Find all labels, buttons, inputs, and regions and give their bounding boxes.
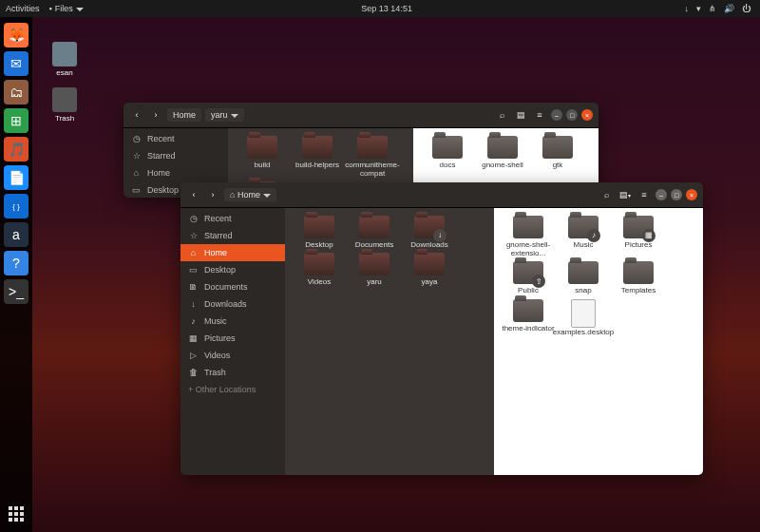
dock-app[interactable]: a bbox=[4, 222, 28, 247]
back-button[interactable]: ‹ bbox=[129, 107, 144, 123]
tray-icon[interactable]: ▾ bbox=[696, 4, 701, 13]
folder-item[interactable]: yaru bbox=[348, 253, 401, 286]
sidebar-item[interactable]: ▷Videos bbox=[180, 347, 285, 364]
app-menu[interactable]: ▪Files bbox=[49, 4, 84, 13]
dock-app[interactable]: 🎵 bbox=[4, 137, 28, 162]
clock-icon: ◷ bbox=[188, 214, 199, 223]
folder-item[interactable]: ♪Music bbox=[557, 216, 610, 257]
top-bar: Activities ▪Files Sep 13 14:51 ↓ ▾ ⋔ 🔊 ⏻ bbox=[0, 0, 760, 17]
folder-item[interactable]: Templates bbox=[612, 261, 665, 294]
dock-app[interactable]: ? bbox=[4, 251, 28, 276]
music-icon: ♪ bbox=[188, 316, 199, 326]
minimize-button[interactable]: – bbox=[656, 189, 667, 200]
desk-icon: ▭ bbox=[131, 185, 142, 195]
dock: 🦊✉🗂⊞🎵📄{ }a?>_ bbox=[0, 17, 32, 532]
folder-item[interactable]: build bbox=[236, 136, 289, 178]
folder-item[interactable]: Videos bbox=[293, 253, 346, 286]
sidebar-item[interactable]: ☆Starred bbox=[180, 227, 285, 244]
vid-icon: ▷ bbox=[188, 351, 199, 360]
folder-pane-dark[interactable]: DesktopDocuments↓DownloadsVideosyaruyaya bbox=[285, 208, 494, 475]
show-apps-button[interactable] bbox=[4, 502, 28, 526]
trash-icon: 🗑 bbox=[188, 368, 199, 377]
folder-item[interactable]: gnome-shell bbox=[476, 136, 529, 169]
folder-item[interactable]: gnome-shell-extensio... bbox=[502, 216, 555, 257]
sidebar-item[interactable]: 🗑Trash bbox=[180, 364, 285, 381]
tray-icon[interactable]: ↓ bbox=[685, 4, 690, 13]
sidebar-item[interactable]: ◷Recent bbox=[124, 130, 228, 147]
clock-icon: ◷ bbox=[131, 134, 142, 143]
desk-icon: ▭ bbox=[188, 265, 199, 275]
folder-item[interactable]: Desktop bbox=[293, 216, 346, 249]
folder-item[interactable]: theme-indicator bbox=[502, 299, 555, 336]
search-icon[interactable]: ⌕ bbox=[494, 107, 509, 123]
sidebar-item[interactable]: ♪Music bbox=[180, 313, 285, 330]
files-window-front[interactable]: ‹ › ⌂ Home ⌕ ▤▾ ≡ –□× ◷Recent☆Starred⌂Ho… bbox=[180, 182, 703, 475]
folder-item[interactable]: ▦Pictures bbox=[612, 216, 665, 257]
folder-item[interactable]: ⇪Public bbox=[502, 261, 555, 294]
sidebar: ◷Recent☆Starred⌂Home▭Desktop🗎Documents↓D… bbox=[180, 208, 285, 475]
breadcrumb[interactable]: Home bbox=[167, 108, 201, 122]
sidebar-item[interactable]: ▦Pictures bbox=[180, 330, 285, 347]
folder-item[interactable]: communitheme-compat bbox=[346, 136, 399, 178]
clock[interactable]: Sep 13 14:51 bbox=[361, 4, 412, 13]
desktop[interactable]: 🦊✉🗂⊞🎵📄{ }a?>_ esanTrash ‹ › Home yaru ⌕ … bbox=[0, 17, 760, 532]
other-locations[interactable]: + Other Locations bbox=[180, 381, 285, 398]
down-icon: ↓ bbox=[188, 299, 199, 309]
folder-item[interactable]: build-helpers bbox=[291, 136, 344, 178]
close-button[interactable]: × bbox=[686, 189, 697, 200]
sidebar-item[interactable]: ⌂Home bbox=[180, 244, 285, 261]
folder-pane-light[interactable]: gnome-shell-extensio...♪Music▦Pictures⇪P… bbox=[494, 208, 703, 475]
dock-app[interactable]: 🦊 bbox=[4, 23, 28, 48]
folder-item[interactable]: gtk bbox=[531, 136, 584, 169]
forward-button[interactable]: › bbox=[205, 187, 220, 202]
dock-app[interactable]: >_ bbox=[4, 279, 28, 304]
star-icon: ☆ bbox=[131, 151, 142, 161]
star-icon: ☆ bbox=[188, 231, 199, 240]
tray-power-icon[interactable]: ⏻ bbox=[742, 4, 750, 13]
hamburger-icon[interactable]: ≡ bbox=[636, 187, 652, 202]
breadcrumb[interactable]: yaru bbox=[205, 108, 244, 122]
close-button[interactable]: × bbox=[581, 109, 593, 121]
sidebar-item[interactable]: 🗎Documents bbox=[180, 278, 285, 295]
back-button[interactable]: ‹ bbox=[186, 187, 201, 202]
view-toggle-icon[interactable]: ▤ bbox=[513, 107, 528, 123]
doc-icon: 🗎 bbox=[188, 282, 199, 292]
folder-item[interactable]: yaya bbox=[403, 253, 456, 286]
view-toggle-icon[interactable]: ▤▾ bbox=[618, 187, 633, 202]
activities-button[interactable]: Activities bbox=[6, 4, 40, 13]
home-icon: ⌂ bbox=[131, 168, 142, 178]
folder-item[interactable]: snap bbox=[557, 261, 610, 294]
sidebar-item[interactable]: ⌂Home bbox=[124, 164, 228, 181]
minimize-button[interactable]: – bbox=[551, 109, 562, 121]
dock-app[interactable]: 🗂 bbox=[4, 80, 28, 104]
desktop-icon[interactable]: Trash bbox=[46, 87, 84, 123]
folder-item[interactable]: Documents bbox=[348, 216, 401, 249]
sidebar-item[interactable]: ◷Recent bbox=[180, 210, 285, 227]
desktop-icon[interactable]: esan bbox=[46, 42, 84, 77]
maximize-button[interactable]: □ bbox=[566, 109, 578, 121]
maximize-button[interactable]: □ bbox=[671, 189, 682, 200]
home-icon: ⌂ bbox=[188, 248, 199, 257]
dock-app[interactable]: { } bbox=[4, 194, 28, 218]
dock-app[interactable]: ⊞ bbox=[4, 108, 28, 133]
pic-icon: ▦ bbox=[188, 333, 199, 343]
folder-item[interactable]: docs bbox=[421, 136, 474, 169]
file-item[interactable]: examples.desktop bbox=[557, 299, 610, 336]
search-icon[interactable]: ⌕ bbox=[598, 187, 614, 202]
hamburger-icon[interactable]: ≡ bbox=[532, 107, 547, 123]
sidebar-item[interactable]: ↓Downloads bbox=[180, 295, 285, 313]
sidebar-item[interactable]: ☆Starred bbox=[124, 147, 228, 164]
tray-network-icon[interactable]: ⋔ bbox=[709, 4, 716, 13]
sidebar-item[interactable]: ▭Desktop bbox=[180, 261, 285, 278]
folder-item[interactable]: ↓Downloads bbox=[403, 216, 456, 249]
dock-app[interactable]: ✉ bbox=[4, 51, 28, 76]
forward-button[interactable]: › bbox=[148, 107, 163, 123]
breadcrumb[interactable]: ⌂ Home bbox=[224, 188, 276, 201]
tray-volume-icon[interactable]: 🔊 bbox=[724, 4, 734, 13]
dock-app[interactable]: 📄 bbox=[4, 165, 28, 190]
